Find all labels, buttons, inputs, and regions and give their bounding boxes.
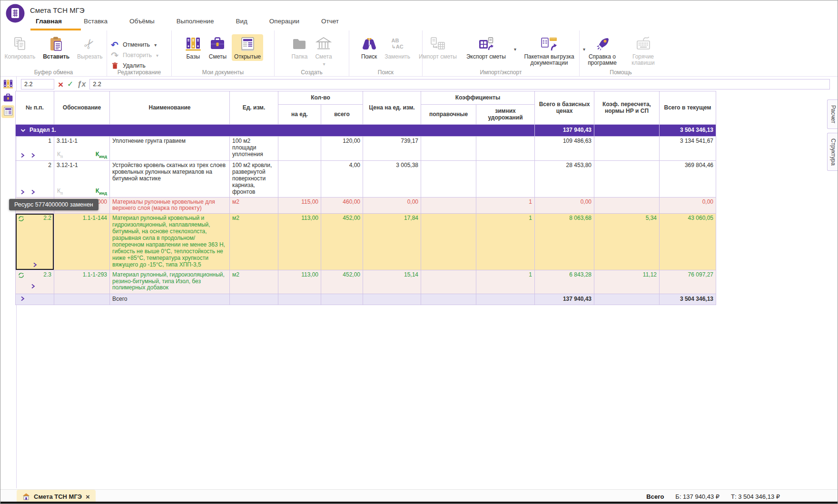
replace-button[interactable]: AB↳AC Заменить bbox=[382, 34, 413, 61]
cell-unit[interactable]: м2 bbox=[230, 197, 278, 214]
chevron-right-icon[interactable] bbox=[31, 153, 35, 158]
hotkeys-button[interactable]: Горячие клавиши bbox=[626, 34, 661, 68]
cell-qty-unit[interactable]: 113,00 bbox=[278, 214, 321, 270]
cell-coef-winter[interactable]: 1 bbox=[476, 270, 535, 294]
cell-num[interactable] bbox=[16, 294, 54, 305]
cell-qty-unit[interactable] bbox=[278, 161, 321, 198]
cell-coef-winter[interactable] bbox=[476, 137, 535, 161]
chevron-right-icon[interactable] bbox=[31, 189, 35, 195]
cell-coef-corr[interactable] bbox=[421, 214, 476, 270]
cell-total-cur[interactable]: 3 134 541,67 bbox=[660, 137, 716, 161]
redo-button[interactable]: ↷ Повторить ▾ bbox=[110, 50, 158, 60]
tab-vid[interactable]: Вид bbox=[234, 18, 249, 25]
cell-coef-corr[interactable] bbox=[421, 197, 476, 214]
tab-glavnaya[interactable]: Главная bbox=[34, 18, 64, 25]
undo-button[interactable]: ↶ Отменить ▾ bbox=[110, 40, 157, 50]
cell-coef-recalc[interactable] bbox=[594, 161, 660, 198]
section-row[interactable]: Раздел 1. 137 940,43 3 504 346,13 bbox=[16, 125, 716, 137]
chevron-right-icon[interactable] bbox=[33, 262, 37, 267]
cell-total-cur[interactable]: 76 097,27 bbox=[660, 270, 716, 294]
close-icon[interactable]: × bbox=[86, 493, 90, 500]
cell-coef-recalc[interactable] bbox=[594, 137, 660, 161]
cell-qty-total[interactable]: 452,00 bbox=[321, 214, 363, 270]
cell-price[interactable]: 15,14 bbox=[363, 270, 421, 294]
cell-basis[interactable]: 1.1-1-293 bbox=[54, 270, 110, 294]
import-estimate-button[interactable]: Импорт сметы bbox=[416, 34, 459, 61]
chevron-right-icon[interactable] bbox=[31, 284, 35, 289]
cell-coef-corr[interactable] bbox=[421, 270, 476, 294]
paste-button[interactable]: Вставить bbox=[40, 34, 72, 61]
formula-accept-icon[interactable]: ✓ bbox=[67, 80, 73, 88]
tab-operacii[interactable]: Операции bbox=[267, 18, 301, 25]
cell-coef-winter[interactable] bbox=[476, 161, 535, 198]
copy-button[interactable]: Копировать bbox=[2, 34, 38, 61]
batch-export-button[interactable]: Пакетная выгрузка документации bbox=[521, 34, 577, 68]
cell-basis[interactable]: 1.1-1-144 bbox=[54, 214, 110, 270]
cell-basis[interactable]: 3.12-1-1 Кп Кинд bbox=[54, 161, 110, 198]
cell-basis[interactable]: 3.11-1-1 Кп Кинд bbox=[54, 137, 110, 161]
cell-name[interactable]: Материал рулонный кровельный и гидроизол… bbox=[110, 214, 230, 270]
rail-bases-button[interactable] bbox=[1, 78, 14, 90]
export-estimate-button[interactable]: Экспорт сметы bbox=[464, 34, 508, 61]
chevron-right-icon[interactable] bbox=[20, 153, 25, 158]
cell-total-base[interactable]: 28 453,80 bbox=[535, 161, 594, 198]
estimates-button[interactable]: Сметы bbox=[207, 34, 229, 61]
cell-qty-unit[interactable] bbox=[278, 137, 321, 161]
cell-total-cur[interactable]: 369 804,46 bbox=[660, 161, 716, 198]
cell-price[interactable]: 17,84 bbox=[363, 214, 421, 270]
cell-qty-total[interactable]: 452,00 bbox=[321, 270, 363, 294]
cell-unit[interactable]: 100 м2 кровли, развернутой поверхности к… bbox=[230, 161, 278, 198]
cell-num[interactable]: 2 bbox=[16, 161, 54, 198]
cell-total-cur[interactable]: 0,00 bbox=[660, 197, 716, 214]
cell-coef-winter[interactable]: 1 bbox=[476, 197, 535, 214]
table-row-selected[interactable]: 2.2 1.1-1-144 Материал рулонный кровельн… bbox=[16, 214, 716, 270]
formula-cancel-icon[interactable]: × bbox=[58, 80, 63, 89]
document-tab[interactable]: Смета ТСН МГЭ × bbox=[17, 490, 96, 503]
create-estimate-button[interactable]: Смета ▾ bbox=[313, 34, 334, 68]
rail-open-documents-button[interactable] bbox=[1, 105, 14, 118]
tab-vypolnenie[interactable]: Выполнение bbox=[175, 18, 216, 25]
cell-total-base[interactable]: 6 843,28 bbox=[535, 270, 594, 294]
side-tab-calculation[interactable]: Расчет bbox=[827, 99, 838, 129]
cell-qty-total[interactable]: 4,00 bbox=[321, 161, 363, 198]
cell-price[interactable]: 0,00 bbox=[363, 197, 421, 214]
cell-coef-corr[interactable] bbox=[421, 161, 476, 198]
undo-dropdown-icon[interactable]: ▾ bbox=[154, 42, 157, 48]
cell-coef-recalc[interactable] bbox=[594, 197, 660, 214]
open-documents-button[interactable]: Открытые bbox=[232, 34, 263, 61]
tab-vstavka[interactable]: Вставка bbox=[82, 18, 109, 25]
table-row-replaced-resource[interactable]: 5774000000 Материалы рулонные кровельные… bbox=[16, 197, 716, 214]
create-folder-button[interactable]: Папка bbox=[289, 34, 310, 61]
totals-row[interactable]: Всего 137 940,43 3 504 346,13 bbox=[16, 294, 716, 305]
cell-name[interactable]: Устройство кровель скатных из трех слоев… bbox=[110, 161, 230, 198]
create-estimate-dropdown-icon[interactable]: ▾ bbox=[323, 61, 325, 67]
chevron-right-icon[interactable] bbox=[20, 296, 25, 301]
cell-qty-total[interactable]: 460,00 bbox=[321, 197, 363, 214]
cell-total-base[interactable]: 0,00 bbox=[535, 197, 594, 214]
cell-num[interactable]: 1 bbox=[16, 137, 54, 161]
side-tab-structure[interactable]: Структура bbox=[827, 133, 838, 171]
cell-total-base[interactable]: 8 063,68 bbox=[535, 214, 594, 270]
chevron-right-icon[interactable] bbox=[20, 189, 25, 195]
cell-num-selected[interactable]: 2.2 bbox=[16, 214, 54, 270]
table-row[interactable]: 2 3.12-1-1 Кп Кинд Устройство кровель ск… bbox=[16, 161, 716, 198]
cell-name[interactable]: Материал рулонный, гидроизоляционный, ре… bbox=[110, 270, 230, 294]
help-about-button[interactable]: Справка о программе bbox=[582, 34, 623, 68]
tab-otchet[interactable]: Отчет bbox=[319, 18, 341, 25]
tab-obyomy[interactable]: Объёмы bbox=[128, 18, 157, 25]
cell-coef-recalc[interactable]: 5,34 bbox=[594, 214, 660, 270]
export-dropdown-icon[interactable]: ▾ bbox=[514, 47, 516, 52]
cell-unit[interactable]: 100 м2 площади уплотнения bbox=[230, 137, 278, 161]
cell-unit[interactable]: м2 bbox=[230, 214, 278, 270]
cell-qty-total[interactable]: 120,00 bbox=[321, 137, 363, 161]
redo-dropdown-icon[interactable]: ▾ bbox=[156, 53, 158, 58]
cell-price[interactable]: 3 005,38 bbox=[363, 161, 421, 198]
cell-coef-winter[interactable]: 1 bbox=[476, 214, 535, 270]
bases-button[interactable]: Базы bbox=[183, 34, 204, 61]
cut-button[interactable]: ✂ Вырезать bbox=[75, 34, 105, 61]
cell-unit[interactable]: м2 bbox=[230, 270, 278, 294]
fx-icon[interactable]: ƒx bbox=[78, 80, 86, 89]
cell-coef-corr[interactable] bbox=[421, 137, 476, 161]
cell-num[interactable]: 2.3 bbox=[16, 270, 54, 294]
cell-total-cur[interactable]: 43 060,05 bbox=[660, 214, 716, 270]
